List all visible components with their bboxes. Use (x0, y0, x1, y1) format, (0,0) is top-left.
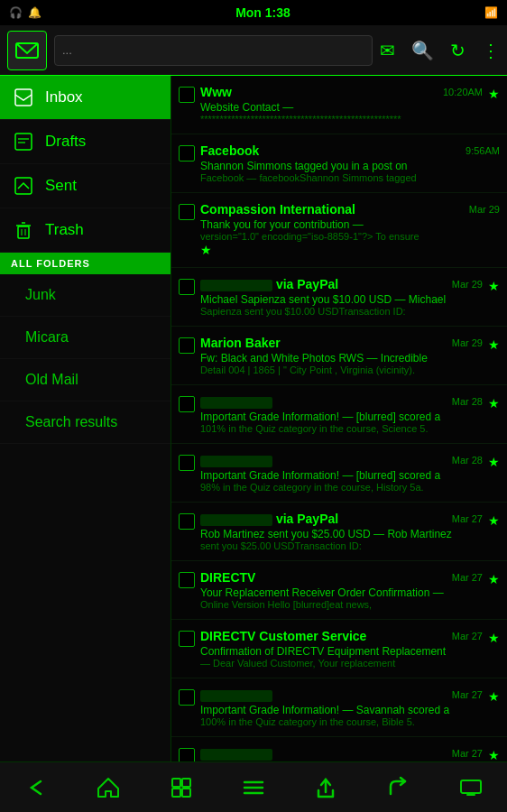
windows-button[interactable] (170, 776, 193, 799)
drafts-icon (14, 133, 34, 151)
email-top: DIRECTV Customer Service Mar 27 (200, 629, 483, 643)
email-subject: Rob Martinez sent you $25.00 USD — Rob M… (200, 528, 483, 540)
email-checkbox[interactable] (179, 279, 195, 295)
star-icon[interactable]: ★ (488, 396, 500, 411)
email-subject: Important Grade Information! — [blurred]… (200, 469, 483, 482)
email-subject: Website Contact — (200, 101, 483, 114)
email-preview: 101% in the Quiz category in the course,… (200, 423, 483, 434)
sidebar-item-inbox[interactable]: Inbox (0, 76, 171, 120)
email-list-item[interactable]: via PayPal Mar 27 Rob Martinez sent you … (171, 503, 507, 561)
email-subject: Fw: Black and White Photos RWS — Incredi… (200, 352, 483, 364)
email-content: via PayPal Mar 29 Michael Sapienza sent … (200, 277, 483, 317)
star-icon[interactable]: ★ (488, 513, 500, 528)
email-checkbox[interactable] (179, 455, 195, 471)
email-content: Mar 28 Important Grade Information! — [b… (200, 394, 483, 434)
email-checkbox[interactable] (179, 337, 195, 354)
sidebar-item-sent[interactable]: Sent (0, 164, 171, 208)
drafts-label: Drafts (45, 133, 86, 151)
email-sender: Facebook (200, 143, 259, 158)
email-list-item[interactable]: Mar 27 Important Grade Information! — Sa… (171, 678, 507, 737)
screen-button[interactable] (459, 776, 483, 799)
star-icon[interactable]: ★ (488, 631, 500, 645)
svg-rect-20 (461, 780, 481, 793)
email-checkbox[interactable] (179, 572, 195, 588)
email-list-item[interactable]: Marion Baker Mar 29 Fw: Black and White … (171, 327, 507, 385)
inbox-label: Inbox (45, 88, 83, 106)
email-preview: 98% in the Quiz category in the course, … (200, 482, 483, 493)
star-icon[interactable]: ★ (488, 279, 500, 293)
star-icon[interactable]: ★ (488, 337, 500, 352)
email-sender: via PayPal (200, 277, 338, 291)
sent-label: Sent (45, 177, 77, 195)
star-icon[interactable]: ★ (200, 243, 212, 257)
star-icon[interactable]: ★ (488, 689, 500, 704)
sidebar-item-search-results[interactable]: Search results (0, 401, 171, 444)
email-sender (200, 746, 272, 761)
email-list-item[interactable]: Mar 28 Important Grade Information! — [b… (171, 444, 507, 503)
email-checkbox[interactable] (179, 87, 195, 103)
svg-rect-6 (18, 226, 29, 238)
email-list-item[interactable]: Facebook 9:56AM Shannon Simmons tagged y… (171, 134, 507, 193)
email-checkbox[interactable] (179, 631, 195, 647)
email-top: DIRECTV Mar 27 (200, 570, 483, 585)
svg-rect-2 (15, 134, 32, 150)
star-icon[interactable]: ★ (488, 748, 500, 761)
email-preview: ****************************************… (200, 114, 483, 125)
email-content: Www 10:20AM Website Contact — **********… (200, 85, 483, 125)
email-list-item[interactable]: Www 10:20AM Website Contact — **********… (171, 76, 507, 134)
compose-icon[interactable]: ✉ (380, 40, 395, 61)
email-list: Www 10:20AM Website Contact — **********… (171, 76, 507, 761)
svg-rect-5 (15, 178, 32, 194)
email-checkbox[interactable] (179, 396, 195, 412)
email-top: Mar 27 (200, 687, 483, 702)
forward-button[interactable] (387, 776, 410, 799)
email-list-item[interactable]: Mar 28 Important Grade Information! — [b… (171, 385, 507, 444)
email-list-item[interactable]: DIRECTV Customer Service Mar 27 Confirma… (171, 620, 507, 678)
sidebar-item-drafts[interactable]: Drafts (0, 120, 171, 164)
status-time: Mon 1:38 (235, 5, 290, 20)
sidebar-item-trash[interactable]: Trash (0, 208, 171, 253)
refresh-icon[interactable]: ↻ (450, 40, 466, 61)
overflow-menu-icon[interactable]: ⋮ (482, 40, 500, 61)
email-list-item[interactable]: DIRECTV Mar 27 Your Replacement Receiver… (171, 561, 507, 620)
email-checkbox[interactable] (179, 748, 195, 761)
back-button[interactable] (24, 776, 48, 799)
bottom-nav (0, 761, 507, 812)
email-preview: version="1.0" encoding="iso-8859-1"?> To… (200, 231, 500, 242)
trash-label: Trash (45, 221, 84, 239)
email-list-item[interactable]: Mar 27 Important Grade Information! — Sa… (171, 737, 507, 761)
email-subject: Thank you for your contribution — versio… (200, 218, 500, 242)
email-content: Mar 28 Important Grade Information! — [b… (200, 453, 483, 493)
email-sender: Marion Baker (200, 336, 281, 350)
email-list-item[interactable]: via PayPal Mar 29 Michael Sapienza sent … (171, 268, 507, 327)
share-button[interactable] (314, 776, 337, 799)
email-subject: Michael Sapienza sent you $10.00 USD — M… (200, 293, 483, 306)
email-time: Mar 29 (469, 204, 500, 215)
email-content: Compassion International Mar 29 Thank yo… (200, 202, 500, 258)
email-list-item[interactable]: Compassion International Mar 29 Thank yo… (171, 193, 507, 268)
email-content: Mar 27 Important Grade Information! — Sa… (200, 687, 483, 727)
toolbar: ... ✉ 🔍 ↻ ⋮ (0, 25, 507, 76)
email-checkbox[interactable] (179, 513, 195, 530)
email-checkbox[interactable] (179, 145, 195, 161)
status-bar: 🎧 🔔 Mon 1:38 📶 (0, 0, 507, 25)
sidebar-item-micara[interactable]: Micara (0, 317, 171, 359)
svg-marker-11 (98, 779, 118, 797)
email-preview: Sapienza sent you $10.00 USDTransaction … (200, 306, 483, 317)
email-top: Marion Baker Mar 29 (200, 336, 483, 350)
star-icon[interactable]: ★ (488, 572, 500, 586)
email-subject: Important Grade Information! — Savannah … (200, 704, 483, 716)
sidebar-item-junk[interactable]: Junk (0, 274, 171, 317)
email-checkbox[interactable] (179, 689, 195, 706)
svg-rect-1 (15, 89, 32, 106)
sidebar-item-old-mail[interactable]: Old Mail (0, 359, 171, 401)
email-top: Mar 27 (200, 746, 483, 761)
email-subject: Your Replacement Receiver Order Confirma… (200, 586, 483, 599)
search-icon[interactable]: 🔍 (411, 40, 434, 61)
star-icon[interactable]: ★ (488, 87, 500, 101)
email-account-display[interactable]: ... (54, 35, 373, 66)
email-checkbox[interactable] (179, 204, 195, 220)
home-button[interactable] (97, 776, 120, 799)
menu-button[interactable] (242, 776, 265, 799)
star-icon[interactable]: ★ (488, 455, 500, 469)
